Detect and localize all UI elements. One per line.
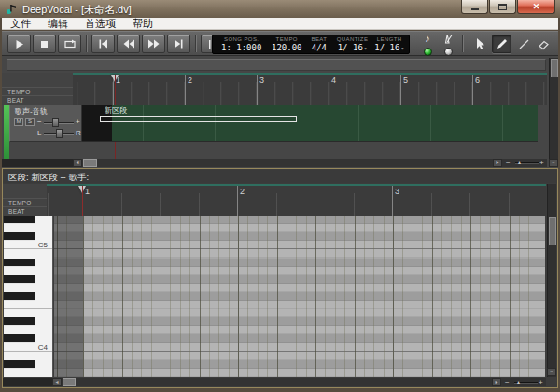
lcd-section-label: LENGTH bbox=[371, 36, 407, 42]
pointer-tool-button[interactable] bbox=[469, 35, 489, 53]
maximize-icon bbox=[498, 4, 507, 10]
piano-key-A3[interactable] bbox=[4, 369, 52, 377]
pianoroll-scroll-right-button[interactable]: ▸ bbox=[492, 378, 501, 386]
line-icon bbox=[518, 38, 530, 50]
note-grid[interactable] bbox=[54, 216, 545, 377]
arrange-zoom-slider[interactable]: ▴ bbox=[518, 160, 521, 166]
stop-button[interactable] bbox=[33, 35, 56, 53]
solo-button[interactable]: S bbox=[25, 118, 35, 126]
piano-key-G4[interactable] bbox=[4, 284, 52, 292]
pianoroll-zoom-out-button[interactable]: − bbox=[505, 378, 510, 386]
track-lane[interactable]: 新区段 bbox=[82, 105, 538, 142]
track-lane-content bbox=[112, 105, 538, 141]
play-icon bbox=[13, 38, 25, 50]
close-button[interactable]: ✕ bbox=[517, 0, 555, 14]
go-to-start-button[interactable] bbox=[91, 35, 115, 53]
piano-key-B3[interactable] bbox=[4, 352, 52, 360]
piano-key-C#4[interactable] bbox=[4, 334, 52, 343]
piano-key-E4[interactable] bbox=[4, 309, 52, 317]
key-label-C4: C4 bbox=[38, 343, 48, 352]
piano-key-B4[interactable] bbox=[4, 249, 52, 258]
black-key-bar bbox=[4, 292, 35, 301]
measure-tick bbox=[392, 186, 393, 216]
pianoroll-zoom-slider[interactable]: ▴ bbox=[517, 379, 520, 385]
metronome-toggle[interactable] bbox=[439, 34, 457, 56]
title-bar[interactable]: DeepVocal - [未命名.dv] ✕ bbox=[0, 0, 560, 18]
volume-slider-handle[interactable] bbox=[52, 118, 59, 127]
arrange-scroll-left-button[interactable]: ◂ bbox=[73, 159, 82, 167]
lcd-section: TEMPO120.00 bbox=[268, 36, 305, 52]
arrange-scroll-right-button[interactable]: ▸ bbox=[493, 159, 502, 167]
arrange-vscroll-thumb[interactable] bbox=[551, 59, 558, 77]
window-title: DeepVocal - [未命名.dv] bbox=[22, 3, 132, 17]
piano-key-D5[interactable] bbox=[4, 224, 52, 232]
arrange-zoom-in-button[interactable]: + bbox=[539, 159, 544, 167]
dropdown-arrow-icon[interactable]: ▾ bbox=[364, 45, 368, 51]
track-name: 歌声-音轨 bbox=[15, 106, 48, 117]
arrange-vscrollbar[interactable]: − bbox=[549, 58, 558, 167]
piano-roll-header: 区段: 新区段 -- 歌手: bbox=[3, 170, 557, 183]
pianoroll-vscroll-thumb[interactable] bbox=[549, 217, 556, 245]
arrange-ruler-scale[interactable]: 123456 bbox=[73, 73, 547, 105]
piano-key-D#5[interactable] bbox=[4, 216, 52, 224]
minimize-icon bbox=[471, 8, 479, 10]
stop-icon bbox=[38, 38, 50, 50]
pianoroll-hscrollbar[interactable]: ◂ ▸ − ▴ + bbox=[3, 378, 546, 386]
pianoroll-scroll-left-button[interactable]: ◂ bbox=[52, 378, 62, 386]
arrange-beat-label: BEAT bbox=[7, 97, 24, 104]
piano-key-C5[interactable]: C5 bbox=[4, 241, 52, 249]
menu-help[interactable]: 帮助 bbox=[124, 18, 161, 30]
black-key-bar bbox=[4, 232, 35, 241]
arrange-scroll-thumb[interactable] bbox=[83, 159, 97, 167]
pencil-tool-button[interactable] bbox=[492, 35, 511, 53]
menu-edit[interactable]: 编辑 bbox=[39, 18, 77, 30]
rewind-button[interactable] bbox=[117, 35, 140, 53]
grid-measure-line bbox=[393, 216, 394, 377]
measure-label: 4 bbox=[331, 76, 336, 85]
piano-key-D#4[interactable] bbox=[4, 317, 52, 326]
piano-key-A4[interactable] bbox=[4, 267, 52, 275]
forward-button[interactable] bbox=[142, 35, 165, 53]
piano-key-D4[interactable] bbox=[4, 326, 52, 334]
track-header[interactable]: 歌声-音轨 M S − + L R bbox=[9, 105, 82, 142]
play-button[interactable] bbox=[7, 35, 31, 53]
pianoroll-vscrollbar[interactable]: − bbox=[547, 184, 556, 377]
pianoroll-ruler-scale[interactable]: 123 bbox=[47, 184, 546, 216]
menu-preferences[interactable]: 首选项 bbox=[77, 18, 124, 30]
maximize-button[interactable] bbox=[489, 0, 516, 14]
part-segment[interactable] bbox=[100, 116, 297, 122]
mute-button[interactable]: M bbox=[14, 118, 23, 126]
pianoroll-collapse-button[interactable]: − bbox=[547, 368, 556, 376]
arrange-collapse-button[interactable]: − bbox=[549, 159, 558, 167]
piano-key-F4[interactable] bbox=[4, 301, 52, 309]
arrange-hscrollbar[interactable]: ◂ ▸ − ▴ + bbox=[2, 159, 547, 167]
pencil-icon bbox=[496, 37, 509, 50]
piano-key-G#4[interactable] bbox=[4, 275, 52, 284]
go-to-end-button[interactable] bbox=[167, 35, 190, 53]
minimize-button[interactable] bbox=[461, 0, 488, 14]
eraser-tool-button[interactable] bbox=[533, 35, 553, 53]
pianoroll-scroll-thumb[interactable] bbox=[63, 378, 76, 386]
deepvocal-window: DeepVocal - [未命名.dv] ✕ 文件 编辑 首选项 帮助 bbox=[0, 0, 560, 392]
pianoroll-beat-ticks bbox=[47, 193, 546, 216]
piano-key-A#4[interactable] bbox=[4, 259, 52, 267]
piano-key-F#4[interactable] bbox=[4, 292, 52, 301]
pianoroll-zoom-in-button[interactable]: + bbox=[539, 378, 543, 386]
lcd-section-label: TEMPO bbox=[268, 36, 305, 42]
piano-key-A#3[interactable] bbox=[4, 360, 52, 369]
piano-key-C4[interactable]: C4 bbox=[4, 343, 52, 352]
line-tool-button[interactable] bbox=[514, 35, 534, 53]
menu-file[interactable]: 文件 bbox=[2, 18, 39, 30]
metronome-led-gray bbox=[444, 48, 453, 56]
audio-output-toggle[interactable]: ♪ bbox=[418, 34, 437, 56]
piano-key-C#5[interactable] bbox=[4, 232, 52, 241]
lcd-section-value[interactable]: 1/ 16▾ bbox=[371, 43, 407, 52]
lcd-section-value[interactable]: 1/ 16▾ bbox=[333, 43, 372, 52]
loop-button[interactable] bbox=[58, 35, 81, 53]
arrange-zoom-out-button[interactable]: − bbox=[506, 159, 511, 167]
dropdown-arrow-icon[interactable]: ▾ bbox=[400, 45, 404, 51]
arrange-ruler[interactable]: TEMPO BEAT 123456 bbox=[2, 73, 547, 105]
rewind-icon bbox=[122, 38, 135, 49]
pan-slider-handle[interactable] bbox=[56, 129, 63, 138]
arrange-panel: TEMPO BEAT 123456 歌声-音轨 M S − + L R bbox=[2, 56, 558, 168]
